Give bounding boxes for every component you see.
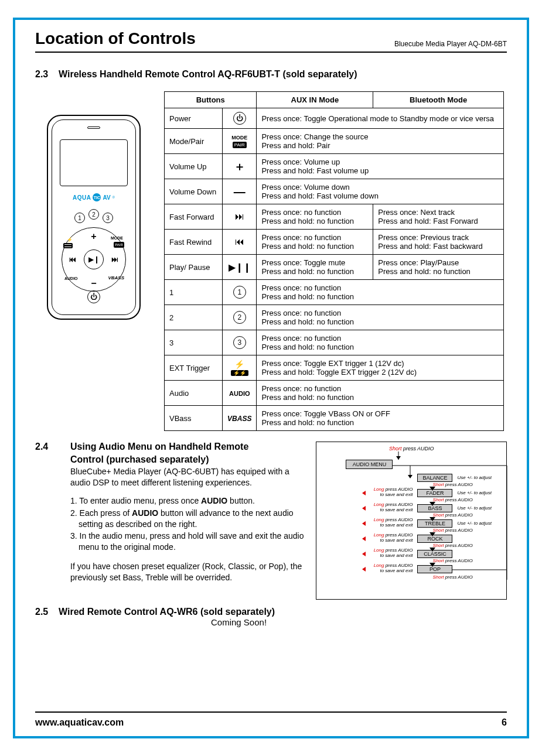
audio-menu-flow-diagram: Short press AUDIO AUDIO MENU BALANCE FAD… <box>316 442 507 600</box>
ext-box-icon <box>63 243 73 248</box>
pair-icon: PAIR <box>233 142 247 148</box>
flow-audio-menu: AUDIO MENU <box>346 460 393 469</box>
fast-forward-icon: ⏭ <box>223 204 257 230</box>
preset-3-icon: 3 <box>103 213 113 223</box>
vbass-label-icon: VBASS <box>108 275 124 280</box>
volume-down-icon: − <box>91 278 96 289</box>
preset-3-icon: 3 <box>233 336 246 349</box>
section-2-3-title: 2.3Wireless Handheld Remote Control AQ-R… <box>35 69 507 80</box>
play-pause-icon: ▶❙ <box>84 249 104 269</box>
plus-icon: ＋ <box>223 154 257 179</box>
preset-2-icon: 2 <box>233 311 246 324</box>
table-row: 2 2 Press once: no function Press and ho… <box>165 305 504 330</box>
page-footer: www.aquaticav.com 6 <box>35 711 507 728</box>
table-row: EXT Trigger ⚡⚡⚡ Press once: Toggle EXT t… <box>165 355 504 381</box>
next-icon: ⏭ <box>111 255 118 264</box>
table-row: 1 1 Press once: no function Press and ho… <box>165 280 504 305</box>
pair-label-icon: PAIR <box>114 242 124 248</box>
section-2-4-title: 2.4Using Audio Menu on Handheld Remote <box>35 442 304 452</box>
mode-icon: MODE <box>231 135 247 141</box>
audio-label-icon: AUDIO <box>64 276 78 280</box>
page-number: 6 <box>502 717 507 728</box>
footer-url: www.aquaticav.com <box>35 717 124 728</box>
mode-label-icon: MODE <box>111 236 123 240</box>
minus-icon: — <box>223 179 257 204</box>
audio-menu-instructions: 1. To enter audio menu, press once AUDIO… <box>70 495 304 553</box>
table-row: Volume Up ＋ Press once: Volume up Press … <box>165 154 504 179</box>
remote-illustration: AQUA TIC AV ® 1 2 3 + − ⏮ ⏭ <box>35 91 152 320</box>
bolt-icon: ⚡ <box>234 360 244 369</box>
svg-marker-4 <box>408 475 413 478</box>
table-row: VBass VBASS Press once: Toggle VBass ON … <box>165 406 504 431</box>
vbass-text-icon: VBASS <box>227 415 251 423</box>
audio-text-icon: AUDIO <box>229 390 250 397</box>
table-row: Play/ Pause ▶❙❙ Press once: Toggle mute … <box>165 255 504 280</box>
preset-1-icon: 1 <box>233 286 246 299</box>
model-label: Bluecube Media Player AQ-DM-6BT <box>394 40 507 48</box>
section-2-5: 2.5Wired Remote Control AQ-WR6 (sold sep… <box>35 607 507 627</box>
preset-2-icon: 2 <box>88 209 99 220</box>
table-row: Mode/Pair MODEPAIR Press once: Change th… <box>165 129 504 154</box>
table-row: Fast Forward ⏭ Press once: no function P… <box>165 204 504 230</box>
preset-1-icon: 1 <box>74 213 85 223</box>
table-row: Audio AUDIO Press once: no function Pres… <box>165 381 504 406</box>
play-pause-icon: ▶❙❙ <box>223 255 257 280</box>
volume-up-icon: + <box>91 231 96 242</box>
double-bolt-icon: ⚡⚡ <box>231 370 248 376</box>
ext-bolt-icon: ⚡ <box>67 237 73 242</box>
table-row: Volume Down — Press once: Volume down Pr… <box>165 179 504 204</box>
svg-marker-1 <box>396 456 401 460</box>
table-row: Fast Rewind ⏮ Press once: no function Pr… <box>165 230 504 255</box>
fast-rewind-icon: ⏮ <box>223 230 257 255</box>
page-title: Location of Controls <box>35 29 196 48</box>
power-icon: ⏻ <box>233 112 246 125</box>
button-function-table: Buttons AUX IN Mode Bluetooth Mode Power… <box>164 91 504 431</box>
flow-balance: BALANCE <box>417 474 452 482</box>
prev-icon: ⏮ <box>69 255 76 264</box>
power-icon: ⏻ <box>87 290 100 303</box>
table-row: Power ⏻ Press once: Toggle Operational m… <box>165 108 504 129</box>
table-row: 3 3 Press once: no function Press and ho… <box>165 330 504 355</box>
